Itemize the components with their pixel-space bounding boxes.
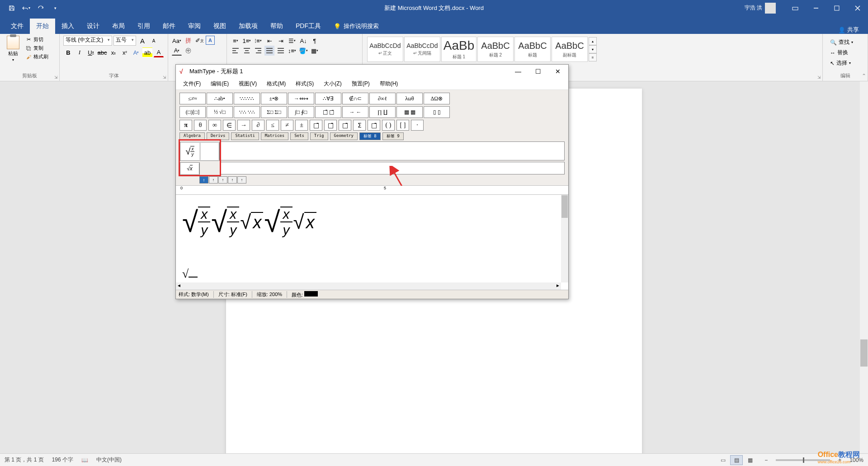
align-center-icon[interactable] (242, 46, 252, 56)
mt-tab-label9[interactable]: 标签 9 (382, 132, 404, 140)
mt-sym-bar3[interactable]: □̄ (339, 120, 351, 131)
style-normal[interactable]: AaBbCcDd↵ 正文 (367, 37, 403, 62)
phonetic-guide-icon[interactable]: 拼 (183, 36, 193, 46)
strikethrough-button[interactable]: abc (97, 47, 107, 57)
align-left-icon[interactable] (231, 46, 241, 56)
qat-customize-icon[interactable]: ▾ (49, 2, 61, 14)
mt-nav-1[interactable]: ↕ (199, 176, 208, 184)
mt-tmpl-matrices[interactable]: ▦ ▦ (396, 106, 423, 118)
align-distributed-icon[interactable] (276, 46, 286, 56)
copy-button[interactable]: ⿻复制 (24, 44, 49, 52)
text-effects-icon[interactable]: A▾ (131, 47, 141, 57)
tab-view[interactable]: 视图 (207, 19, 232, 34)
character-border-icon[interactable]: A (206, 36, 215, 45)
mathtype-close-icon[interactable]: ✕ (551, 65, 565, 78)
ribbon-display-icon[interactable] (785, 0, 806, 16)
styles-down-icon[interactable]: ▾ (589, 45, 597, 53)
styles-more-icon[interactable]: ≡ (589, 53, 597, 61)
mt-sym-in[interactable]: ∈ (223, 120, 236, 131)
mt-sym-inf[interactable]: ∞ (208, 120, 221, 131)
mt-tab-geometry[interactable]: Geometry (330, 132, 358, 140)
mt-sym-bar1[interactable]: □̄ (310, 120, 322, 131)
styles-up-icon[interactable]: ▴ (589, 37, 597, 45)
bold-button[interactable]: B (63, 47, 73, 57)
tab-help[interactable]: 帮助 (264, 19, 289, 34)
status-words[interactable]: 196 个字 (52, 456, 73, 464)
mt-sym-dot[interactable]: · (411, 120, 424, 131)
mt-custom-row1-rest[interactable] (220, 141, 565, 160)
status-language[interactable]: 中文(中国) (96, 456, 122, 464)
tab-review[interactable]: 审阅 (182, 19, 207, 34)
show-marks-icon[interactable]: ¶ (310, 36, 320, 46)
style-subtitle[interactable]: AaBbC副标题 (552, 37, 588, 62)
scrollbar-thumb[interactable] (860, 339, 868, 367)
mt-menu-format[interactable]: 格式(M) (263, 79, 289, 89)
vertical-scrollbar[interactable] (860, 81, 868, 453)
view-web-icon[interactable]: ▦ (744, 455, 756, 465)
mt-sym-bar2[interactable]: □̄ (324, 120, 337, 131)
mt-tab-statistics[interactable]: Statisti (231, 132, 259, 140)
asian-layout-icon[interactable]: ☰▾ (287, 36, 297, 46)
italic-button[interactable]: I (75, 47, 85, 57)
tell-me-search[interactable]: 💡 操作说明搜索 (327, 19, 385, 34)
mt-tmpl-fences[interactable]: (□)[□] (179, 106, 206, 118)
mt-tool-greek-up[interactable]: ∆Ω⊗ (424, 93, 450, 104)
style-no-spacing[interactable]: AaBbCcDd↵ 无间隔 (404, 37, 440, 62)
mt-tool-settheory[interactable]: ∉∩⊂ (342, 93, 368, 104)
multilevel-list-icon[interactable]: ⁝≡▾ (253, 36, 263, 46)
mt-sym-arrow[interactable]: → (237, 120, 250, 131)
mathtype-minimize-icon[interactable]: — (511, 65, 525, 78)
mt-sym-pm[interactable]: ± (295, 120, 308, 131)
mt-tab-trig[interactable]: Trig (310, 132, 328, 140)
undo-icon[interactable]: ▾ (20, 2, 33, 14)
mt-horizontal-scrollbar[interactable]: ◄► (176, 282, 561, 290)
shrink-font-icon[interactable]: A (149, 36, 159, 46)
underline-button[interactable]: U▾ (86, 47, 96, 57)
mt-menu-view[interactable]: 视图(V) (235, 79, 260, 89)
clear-format-icon[interactable]: ✐文 (194, 36, 204, 46)
mt-menu-style[interactable]: 样式(S) (292, 79, 317, 89)
mt-nav-5[interactable]: ↑ (237, 176, 246, 184)
grow-font-icon[interactable]: A (137, 36, 147, 46)
increase-indent-icon[interactable]: ⇥ (276, 36, 286, 46)
mt-tmpl-scripts[interactable]: ∵∴ ∵∴ (234, 106, 260, 118)
mathtype-ruler[interactable]: 0 5 (176, 186, 568, 195)
mt-sym-parens[interactable]: ( ) (382, 120, 395, 131)
font-color-icon[interactable]: A (154, 47, 164, 57)
style-title[interactable]: AaBbC标题 (514, 37, 551, 62)
mt-nav-3[interactable]: ↑ (218, 176, 227, 184)
mt-tool-logic[interactable]: ∴∀∃ (315, 93, 341, 104)
tab-pdf[interactable]: PDF工具 (289, 19, 327, 34)
tab-file[interactable]: 文件 (5, 19, 30, 34)
mt-sym-brackets[interactable]: [ ] (396, 120, 409, 131)
mt-vertical-scrollbar[interactable] (561, 195, 568, 282)
mt-tab-label8[interactable]: 标签 8 (359, 132, 381, 140)
tab-insert[interactable]: 插入 (55, 19, 80, 34)
mt-tool-arrows[interactable]: →⇔↦ (288, 93, 314, 104)
collapse-ribbon-icon[interactable]: ⌃ (862, 73, 866, 79)
mt-menu-preset[interactable]: 预置(P) (348, 79, 373, 89)
mt-menu-edit[interactable]: 编辑(E) (207, 79, 232, 89)
sort-icon[interactable]: A↓ (298, 36, 308, 46)
mt-tmpl-labeled-arrows[interactable]: → ← (342, 106, 368, 118)
tab-references[interactable]: 引用 (131, 19, 156, 34)
mt-tmpl-fractions[interactable]: ½ √□ (207, 106, 233, 118)
numbering-icon[interactable]: 1≡▾ (242, 36, 252, 46)
bullets-icon[interactable]: ≡▾ (231, 36, 241, 46)
mt-tool-greek-low[interactable]: λωθ (396, 93, 423, 104)
maximize-icon[interactable] (826, 0, 847, 16)
view-print-icon[interactable]: ▤ (730, 455, 743, 465)
share-button[interactable]: 👤 共享 (838, 26, 859, 34)
mt-sym-bar4[interactable]: □̄ (368, 120, 380, 131)
view-read-icon[interactable]: ▭ (717, 455, 729, 465)
minimize-icon[interactable] (806, 0, 826, 16)
mt-slot-empty1[interactable] (200, 143, 219, 160)
mt-tool-misc[interactable]: ∂∞ℓ (369, 93, 396, 104)
paste-button[interactable]: 粘贴 ▾ (4, 36, 23, 62)
align-right-icon[interactable] (253, 46, 263, 56)
mathtype-editor[interactable]: √xy √xy √x √xy √x √ ◄► (176, 195, 568, 290)
clipboard-launcher-icon[interactable]: ⇲ (54, 75, 58, 80)
font-launcher-icon[interactable]: ⇲ (163, 75, 166, 80)
select-button[interactable]: ↖选择▾ (829, 58, 861, 68)
decrease-indent-icon[interactable]: ⇤ (264, 36, 274, 46)
